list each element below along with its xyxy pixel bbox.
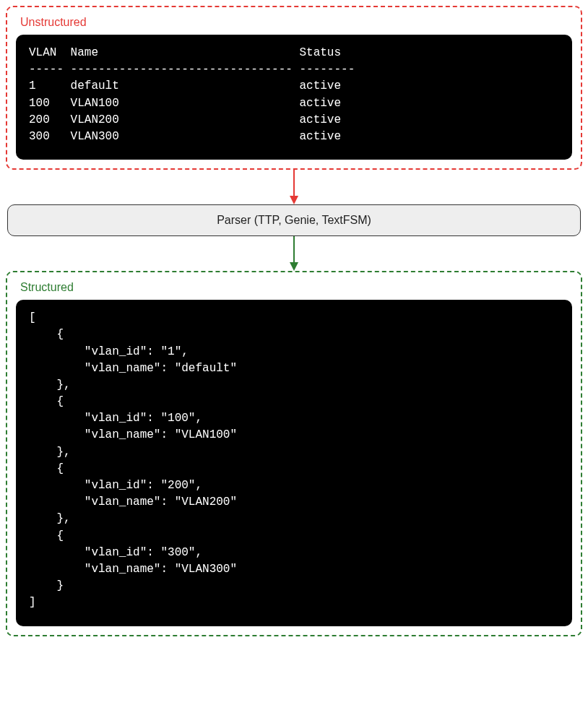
parser-label: Parser (TTP, Genie, TextFSM) (217, 214, 371, 226)
structured-terminal: [ { "vlan_id": "1", "vlan_name": "defaul… (16, 300, 572, 626)
structured-panel: Structured [ { "vlan_id": "1", "vlan_nam… (6, 271, 582, 636)
arrow-down-icon (287, 170, 301, 204)
unstructured-label: Unstructured (16, 14, 572, 35)
unstructured-panel: Unstructured VLAN Name Status ----- ----… (6, 6, 582, 170)
svg-marker-1 (290, 196, 298, 204)
arrow-down-red-wrap (6, 170, 582, 204)
arrow-down-icon (287, 236, 301, 271)
parser-box: Parser (TTP, Genie, TextFSM) (7, 204, 581, 236)
arrow-down-green-wrap (6, 236, 582, 271)
structured-label: Structured (16, 280, 572, 300)
unstructured-terminal: VLAN Name Status ----- -----------------… (16, 35, 572, 160)
svg-marker-3 (290, 262, 298, 271)
